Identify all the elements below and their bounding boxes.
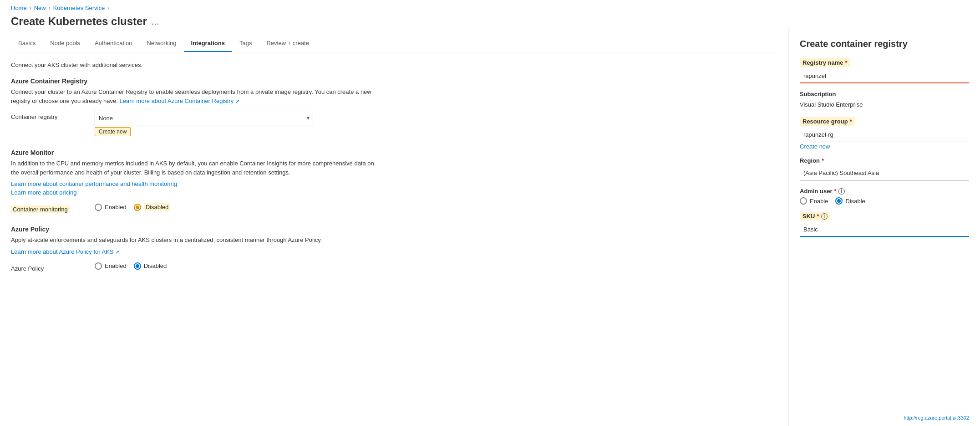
resource-group-label: Resource group * (800, 117, 855, 126)
admin-user-disable-radio[interactable] (835, 197, 843, 205)
azure-monitor-title: Azure Monitor (11, 149, 777, 156)
azure-policy-link[interactable]: Learn more about Azure Policy for AKS ↗ (11, 248, 119, 255)
container-monitoring-link[interactable]: Learn more about container performance a… (11, 180, 177, 187)
region-required: * (822, 157, 824, 164)
azure-policy-radio-group: Enabled Disabled (95, 262, 167, 270)
right-pane: Create container registry Registry name … (789, 28, 980, 426)
region-label: Region * (800, 157, 969, 164)
panel-title: Create container registry (800, 39, 969, 49)
container-registry-label: Container registry (11, 111, 84, 120)
registry-name-input[interactable] (800, 69, 969, 83)
subscription-value: Visual Studio Enterprise (800, 99, 969, 110)
registry-name-label: Registry name * (800, 58, 850, 67)
admin-user-radio-group: Enable Disable (800, 197, 969, 205)
page-options-button[interactable]: ... (152, 16, 159, 27)
azure-policy-row: Azure Policy Enabled Disabled (11, 262, 777, 272)
admin-user-required: * (834, 188, 837, 195)
container-registry-dropdown[interactable]: None (95, 111, 313, 125)
container-monitoring-row: Container monitoring Enabled Disabled (11, 203, 777, 213)
container-monitoring-disabled-radio[interactable] (134, 204, 141, 211)
container-registry-desc: Connect your cluster to an Azure Contain… (11, 87, 375, 105)
breadcrumb-sep-2: › (49, 5, 51, 11)
breadcrumb-new[interactable]: New (34, 5, 46, 11)
admin-user-disable-label: Disable (845, 198, 865, 205)
region-group: Region * (800, 157, 969, 180)
tabs: Basics Node pools Authentication Network… (11, 35, 777, 52)
admin-user-group: Admin user * i Enable Disable (800, 188, 969, 205)
tab-review-create[interactable]: Review + create (259, 35, 316, 52)
subscription-label: Subscription (800, 91, 969, 98)
admin-user-enable-radio[interactable] (800, 197, 807, 205)
dropdown-container: None ▾ (95, 111, 313, 125)
registry-name-group: Registry name * (800, 58, 969, 83)
azure-policy-title: Azure Policy (11, 226, 777, 233)
azure-policy-enabled-radio[interactable] (95, 262, 102, 270)
breadcrumb: Home › New › Kubernetes Service › (0, 0, 980, 13)
tab-integrations[interactable]: Integrations (184, 35, 232, 52)
resource-group-group: Resource group * Create new (800, 117, 969, 150)
sku-info-icon[interactable]: i (821, 213, 828, 220)
create-new-tooltip[interactable]: Create new (95, 127, 131, 136)
page-title: Create Kubernetes cluster (11, 15, 147, 28)
azure-monitor-desc: In addition to the CPU and memory metric… (11, 159, 375, 177)
tab-basics[interactable]: Basics (11, 35, 43, 52)
page-header: Create Kubernetes cluster ... (0, 13, 980, 28)
container-registry-section: Azure Container Registry Connect your cl… (11, 77, 777, 136)
breadcrumb-kubernetes-service[interactable]: Kubernetes Service (53, 5, 105, 11)
azure-policy-disabled-radio[interactable] (134, 262, 141, 270)
container-registry-row: Container registry None ▾ Create new (11, 111, 777, 136)
pricing-link[interactable]: Learn more about pricing (11, 189, 77, 196)
sku-required: * (817, 213, 819, 220)
registry-name-required: * (845, 59, 848, 66)
container-monitoring-radio-group: Enabled Disabled (95, 203, 170, 211)
azure-policy-label: Azure Policy (11, 262, 84, 272)
admin-user-label: Admin user * i (800, 188, 969, 195)
breadcrumb-home[interactable]: Home (11, 5, 27, 11)
breadcrumb-sep-1: › (30, 5, 31, 11)
tab-networking[interactable]: Networking (139, 35, 183, 52)
container-monitoring-enabled-radio[interactable] (95, 204, 102, 211)
container-monitoring-label: Container monitoring (11, 203, 84, 213)
sku-label: SKU * i (800, 212, 830, 221)
admin-user-disable-option[interactable]: Disable (835, 197, 865, 205)
breadcrumb-sep-3: › (107, 5, 109, 11)
left-pane: Basics Node pools Authentication Network… (0, 28, 789, 426)
admin-user-info-icon[interactable]: i (838, 188, 845, 195)
container-monitoring-disabled-option[interactable]: Disabled (134, 203, 171, 211)
sku-group: SKU * i (800, 212, 969, 237)
container-registry-link[interactable]: Learn more about Azure Container Registr… (119, 98, 234, 104)
resource-group-input[interactable] (800, 128, 969, 142)
tab-tags[interactable]: Tags (232, 35, 259, 52)
azure-monitor-section: Azure Monitor In addition to the CPU and… (11, 149, 777, 213)
container-registry-title: Azure Container Registry (11, 77, 777, 85)
subscription-group: Subscription Visual Studio Enterprise (800, 91, 969, 110)
azure-policy-enabled-label: Enabled (105, 262, 127, 269)
resource-group-create-new[interactable]: Create new (800, 143, 830, 150)
azure-policy-desc: Apply at-scale enforcements and safeguar… (11, 236, 375, 245)
external-link-icon: ↗ (235, 98, 239, 104)
footer-link[interactable]: http://reg.azure.portal.ui:3302 (900, 413, 973, 422)
container-monitoring-enabled-label: Enabled (105, 204, 127, 210)
resource-group-required: * (850, 118, 852, 125)
azure-policy-section: Azure Policy Apply at-scale enforcements… (11, 226, 777, 272)
tab-authentication[interactable]: Authentication (87, 35, 139, 52)
tab-node-pools[interactable]: Node pools (43, 35, 87, 52)
page-subtitle: Connect your AKS cluster with additional… (11, 62, 777, 68)
region-input[interactable] (800, 166, 969, 180)
azure-policy-enabled-option[interactable]: Enabled (95, 262, 127, 270)
container-registry-dropdown-wrapper: None ▾ Create new (95, 111, 313, 136)
container-monitoring-disabled-label: Disabled (144, 203, 171, 211)
container-monitoring-enabled-option[interactable]: Enabled (95, 204, 127, 211)
sku-input[interactable] (800, 222, 969, 237)
admin-user-enable-option[interactable]: Enable (800, 197, 828, 205)
container-monitoring-highlighted: Container monitoring (11, 205, 70, 213)
azure-policy-disabled-option[interactable]: Disabled (134, 262, 167, 270)
admin-user-enable-label: Enable (810, 198, 828, 205)
azure-policy-disabled-label: Disabled (144, 262, 167, 269)
azure-policy-external-icon: ↗ (115, 249, 119, 255)
